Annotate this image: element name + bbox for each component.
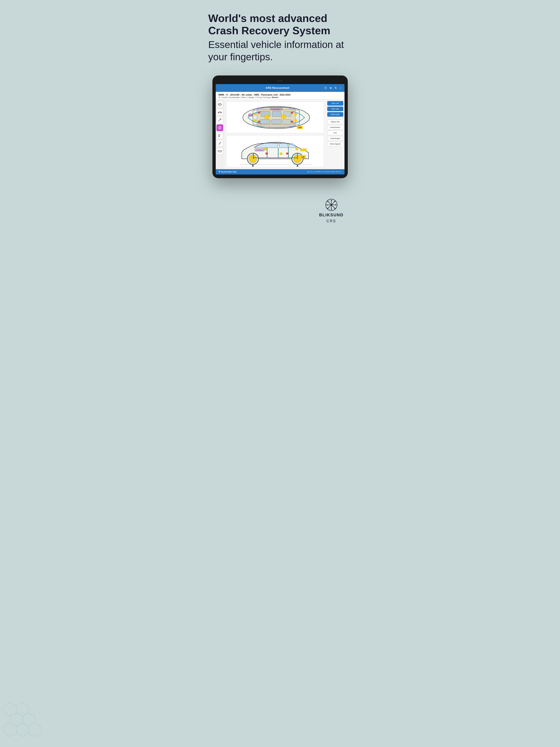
svg-marker-83 (10, 713, 23, 726)
svg-text:⚡: ⚡ (251, 157, 255, 161)
sidebar-btn-car-detail[interactable] (217, 148, 223, 154)
vehicle-meta: ID: 119230 | Numberplate: S486LJ | Weigh… (219, 96, 341, 98)
svg-text:▲▲▲: ▲▲▲ (248, 114, 252, 116)
header-icons: ☷ ★ ↻ ⌂ (324, 86, 341, 90)
svg-point-72 (331, 200, 332, 201)
object-info-button[interactable]: Object info (327, 120, 343, 124)
svg-point-79 (327, 208, 328, 209)
svg-rect-17 (260, 119, 270, 124)
svg-rect-7 (219, 134, 220, 136)
svg-text:⚡: ⚡ (265, 115, 268, 118)
svg-rect-29 (291, 112, 293, 113)
tablet-device: CRS Rescuesheet ☷ ★ ↻ ⌂ BMW - i7 - xDriv… (212, 75, 348, 178)
sidebar-btn-tools[interactable] (217, 117, 223, 123)
right-sidebar: Hide roof Hide side Hide seats Object in… (326, 99, 345, 169)
svg-point-78 (334, 201, 335, 202)
app-footer: ✳ BLIKSUND CRS BM_22_10_00005 | v1.6 | D… (216, 169, 345, 175)
document-icon[interactable]: ☷ (324, 86, 327, 90)
sidebar-btn-electric[interactable] (217, 125, 223, 131)
svg-rect-8 (218, 151, 222, 152)
hide-side-button[interactable]: Hide side (327, 107, 343, 111)
svg-point-0 (218, 103, 222, 105)
svg-point-76 (327, 201, 328, 202)
svg-rect-30 (258, 121, 260, 122)
svg-rect-19 (283, 119, 291, 124)
svg-rect-15 (272, 111, 281, 117)
tablet-container: CRS Rescuesheet ☷ ★ ↻ ⌂ BMW - i7 - xDriv… (208, 75, 352, 178)
tablet-dot-1 (277, 80, 278, 81)
tablet-dot-3 (282, 80, 283, 81)
hide-seats-button[interactable]: Hide seats (327, 112, 343, 117)
bliksund-icon: ✳ (219, 171, 221, 173)
deactivation-button[interactable]: Deactivation (327, 125, 343, 130)
vehicle-title: BMW - i7 - xDrive60 - 4dr sedan - 4WD - … (219, 94, 341, 96)
car-top-view-diagram: ⚡ ⚡ (226, 102, 324, 133)
subheadline: Essential vehicle information at your fi… (208, 38, 352, 63)
svg-rect-56 (296, 148, 298, 150)
svg-rect-57 (280, 153, 282, 155)
refresh-icon[interactable]: ↻ (334, 86, 337, 90)
sidebar-btn-car-side[interactable] (217, 109, 223, 115)
app-main: ⚡ ⚡ (216, 99, 345, 169)
svg-rect-55 (264, 148, 266, 150)
svg-text:AIR: AIR (301, 156, 305, 158)
brand-sub: CRS (327, 219, 336, 223)
svg-point-73 (331, 209, 332, 210)
svg-rect-13 (257, 108, 296, 127)
svg-marker-48 (296, 164, 298, 166)
sidebar-btn-car-top[interactable] (217, 101, 223, 108)
svg-rect-18 (272, 119, 282, 124)
svg-marker-81 (17, 723, 29, 737)
home-icon[interactable]: ⌂ (339, 86, 341, 89)
diagram-area: ⚡ ⚡ (224, 99, 326, 169)
brand-name: BLIKSUND (319, 213, 343, 217)
footer-version: BM_22_10_00005 | v1.6 | DB: 30-Sep-2024-… (307, 171, 341, 173)
tablet-top-bar (216, 79, 345, 83)
vehicle-info-bar: BMW - i7 - xDrive60 - 4dr sedan - 4WD - … (216, 92, 345, 99)
svg-rect-1 (219, 104, 221, 105)
svg-rect-31 (291, 121, 293, 122)
star-icon[interactable]: ★ (329, 86, 332, 90)
bliksund-logo-icon (325, 199, 337, 211)
svg-marker-84 (23, 713, 35, 726)
app-header: CRS Rescuesheet ☷ ★ ↻ ⌂ (216, 84, 345, 92)
svg-text:AIR: AIR (298, 127, 301, 129)
svg-point-74 (326, 204, 327, 205)
car-side-view-diagram: ⚡ ⚡ (226, 135, 324, 167)
svg-point-75 (335, 204, 336, 205)
svg-marker-86 (17, 702, 29, 716)
sidebar-btn-seat[interactable] (217, 132, 223, 139)
bottom-branding: BLIKSUND CRS (319, 199, 343, 223)
footer-brand: ✳ BLIKSUND CRS (219, 171, 237, 173)
svg-text:⚡: ⚡ (282, 115, 285, 118)
svg-text:▲ ▲▲▲: ▲ ▲▲▲ (256, 149, 262, 151)
tablet-dots (277, 80, 283, 81)
svg-point-5 (220, 119, 221, 120)
svg-marker-82 (29, 723, 41, 737)
svg-text:⚡: ⚡ (302, 149, 305, 151)
submerged-button[interactable]: Submerged (327, 136, 343, 141)
tablet-dot-2 (279, 80, 281, 81)
left-sidebar (216, 99, 224, 169)
svg-rect-58 (265, 153, 268, 154)
headline-bold: World's most advanced Crash Recovery Sys… (208, 12, 330, 37)
svg-point-77 (334, 208, 335, 209)
page-wrapper: World's most advanced Crash Recovery Sys… (200, 0, 360, 236)
sidebar-btn-wrench[interactable] (217, 140, 223, 147)
app-title: CRS Rescuesheet (266, 86, 289, 89)
svg-rect-26 (294, 113, 297, 115)
svg-point-71 (331, 204, 332, 206)
footer-brand-text: BLIKSUND CRS (222, 171, 237, 173)
svg-text:▲▲▲▲▲: ▲▲▲▲▲ (273, 108, 279, 110)
svg-rect-27 (294, 119, 297, 121)
svg-line-4 (219, 119, 220, 121)
tablet-screen: CRS Rescuesheet ☷ ★ ↻ ⌂ BMW - i7 - xDriv… (216, 84, 345, 175)
svg-rect-25 (254, 119, 256, 121)
svg-marker-85 (4, 702, 17, 716)
svg-marker-47 (252, 164, 254, 166)
show-legend-button[interactable]: Show legend (327, 142, 343, 146)
hide-roof-button[interactable]: Hide roof (327, 101, 343, 106)
svg-marker-80 (4, 723, 17, 737)
fire-button[interactable]: Fire (327, 131, 343, 135)
svg-rect-59 (286, 153, 288, 154)
